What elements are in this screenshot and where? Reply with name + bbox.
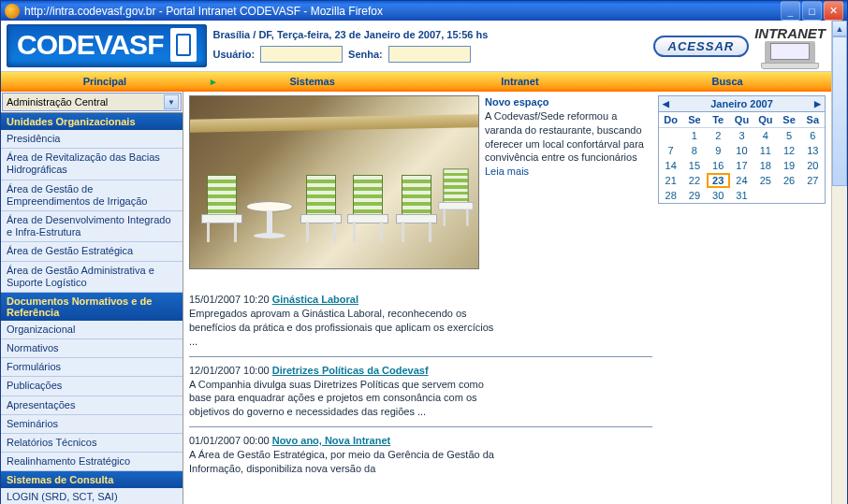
news-list: 15/01/2007 10:20 Ginástica LaboralEmpreg…	[189, 286, 652, 483]
cal-day[interactable]: 29	[682, 188, 706, 203]
cal-day[interactable]: 13	[801, 143, 825, 158]
login-button[interactable]: ACESSAR	[653, 36, 750, 57]
sidebar-list: Unidades OrganizacionaisPresidênciaÁrea …	[1, 113, 183, 504]
cal-day[interactable]: 2	[707, 128, 730, 144]
codevasf-logo: CODEVASF	[7, 24, 207, 67]
sidebar-item[interactable]: Área de Gestão Estratégica	[1, 242, 183, 261]
right-column: ◀ Janeiro 2007 ▶ DoSeTeQuQuSeSa 12345678…	[658, 92, 831, 504]
sidebar-item[interactable]: LOGIN (SRD, SCT, SAI)	[1, 488, 183, 504]
cal-prev[interactable]: ◀	[663, 99, 669, 108]
sidebar: Administração Central ▼ Unidades Organiz…	[1, 92, 183, 504]
calendar-grid: DoSeTeQuQuSeSa 1234567891011121314151617…	[659, 112, 825, 203]
nav-sistemas[interactable]: ▸Sistemas	[209, 76, 417, 87]
laptop-icon	[765, 41, 815, 67]
header-datetime: Brasília / DF, Terça-feira, 23 de Janeir…	[212, 29, 647, 40]
sidebar-item[interactable]: Apresentações	[1, 396, 183, 415]
cal-day[interactable]: 28	[659, 188, 682, 203]
cal-day[interactable]: 19	[777, 158, 800, 173]
lead-more-link[interactable]: Leia mais	[485, 166, 529, 177]
cal-day[interactable]: 16	[707, 158, 730, 173]
sidebar-item[interactable]: Realinhamento Estratégico	[1, 453, 183, 471]
cal-day[interactable]: 23	[707, 173, 730, 188]
cal-day[interactable]: 15	[682, 158, 706, 173]
intranet-label: INTRANET	[754, 25, 826, 41]
sidebar-item[interactable]: Área de Gestão Administrativa e Suporte …	[1, 262, 183, 293]
cal-next[interactable]: ▶	[814, 99, 821, 108]
cal-day[interactable]: 11	[753, 143, 777, 158]
cal-day[interactable]: 9	[707, 143, 730, 158]
scroll-up-button[interactable]: ▲	[832, 21, 847, 36]
vertical-scrollbar[interactable]: ▲ ▼	[831, 21, 847, 504]
header-meta: Brasília / DF, Terça-feira, 23 de Janeir…	[212, 29, 647, 63]
scroll-track[interactable]	[832, 36, 847, 504]
cal-day[interactable]: 27	[801, 173, 825, 188]
body-row: Administração Central ▼ Unidades Organiz…	[1, 92, 831, 504]
sidebar-item[interactable]: Normativos	[1, 339, 183, 358]
sidebar-item[interactable]: Relatórios Técnicos	[1, 434, 183, 453]
sidebar-item[interactable]: Área de Revitalização das Bacias Hidrogr…	[1, 149, 183, 180]
cal-day[interactable]: 1	[682, 128, 706, 144]
cal-day[interactable]: 3	[730, 128, 753, 144]
nav-intranet[interactable]: Intranet	[417, 76, 624, 87]
cal-day[interactable]: 18	[753, 158, 777, 173]
sidebar-item[interactable]: Organizacional	[1, 321, 183, 339]
cal-day[interactable]: 25	[753, 173, 777, 188]
news-headline[interactable]: Diretrizes Políticas da Codevasf	[272, 365, 429, 376]
sidebar-item[interactable]: Presidência	[1, 130, 183, 149]
nav-busca[interactable]: Busca	[623, 76, 831, 87]
cal-day[interactable]: 17	[730, 158, 753, 173]
cal-day	[753, 188, 777, 203]
sidebar-heading: Unidades Organizacionais	[1, 113, 183, 130]
cal-day[interactable]: 7	[659, 143, 682, 158]
cal-day[interactable]: 5	[777, 128, 800, 144]
cal-dow: Se	[777, 112, 800, 128]
user-label: Usuário:	[212, 49, 255, 60]
sidebar-item[interactable]: Área de Gestão de Empreendimentos de Irr…	[1, 180, 183, 211]
cal-day[interactable]: 31	[730, 188, 753, 203]
main-area: Novo espaço A Codevasf/Sede reformou a v…	[183, 92, 831, 504]
cal-day[interactable]: 26	[777, 173, 800, 188]
news-item: 15/01/2007 10:20 Ginástica LaboralEmpreg…	[189, 286, 652, 356]
page: CODEVASF Brasília / DF, Terça-feira, 23 …	[1, 21, 831, 504]
nav-principal[interactable]: Principal	[1, 76, 209, 87]
nav-marker-icon: ▸	[211, 76, 216, 88]
sidebar-item[interactable]: Área de Desenvolvimento Integrado e Infr…	[1, 211, 183, 242]
org-select[interactable]: Administração Central ▼	[2, 93, 182, 111]
header-banner: CODEVASF Brasília / DF, Terça-feira, 23 …	[1, 21, 831, 72]
cal-day[interactable]: 14	[659, 158, 682, 173]
maximize-button[interactable]: □	[802, 1, 822, 21]
news-item: 01/01/2007 00:00 Novo ano, Nova Intranet…	[189, 426, 652, 483]
news-headline[interactable]: Novo ano, Nova Intranet	[272, 435, 391, 446]
cal-dow: Qu	[753, 112, 777, 128]
news-headline[interactable]: Ginástica Laboral	[272, 294, 358, 305]
main-column: Novo espaço A Codevasf/Sede reformou a v…	[183, 92, 658, 504]
cal-day[interactable]: 24	[730, 173, 753, 188]
sidebar-item[interactable]: Publicações	[1, 377, 183, 396]
sidebar-item[interactable]: Formulários	[1, 358, 183, 377]
cal-day[interactable]: 20	[801, 158, 825, 173]
minimize-button[interactable]: _	[781, 1, 800, 21]
cal-dow: Se	[682, 112, 706, 128]
content-row: CODEVASF Brasília / DF, Terça-feira, 23 …	[1, 21, 847, 504]
pass-input[interactable]	[388, 46, 471, 63]
cal-day[interactable]: 10	[730, 143, 753, 158]
cal-day[interactable]: 4	[753, 128, 777, 144]
sidebar-item[interactable]: Seminários	[1, 415, 183, 434]
close-button[interactable]: ✕	[824, 1, 843, 21]
scroll-thumb[interactable]	[832, 36, 847, 186]
firefox-icon	[5, 4, 20, 19]
lead-title: Novo espaço	[485, 95, 652, 109]
cal-dow: Do	[659, 112, 682, 128]
cal-day	[801, 188, 825, 203]
cal-day[interactable]: 21	[659, 173, 682, 188]
window-titlebar: http://intra.codevasf.gov.br - Portal In…	[1, 1, 847, 21]
cal-day[interactable]: 30	[707, 188, 730, 203]
cal-day[interactable]: 8	[682, 143, 706, 158]
cal-day	[659, 128, 682, 144]
logo-text: CODEVASF	[17, 29, 163, 61]
user-input[interactable]	[260, 46, 343, 63]
cal-day[interactable]: 6	[801, 128, 825, 144]
cal-day[interactable]: 22	[682, 173, 706, 188]
cal-day[interactable]: 12	[777, 143, 800, 158]
news-datetime: 12/01/2007 10:00	[189, 365, 272, 376]
